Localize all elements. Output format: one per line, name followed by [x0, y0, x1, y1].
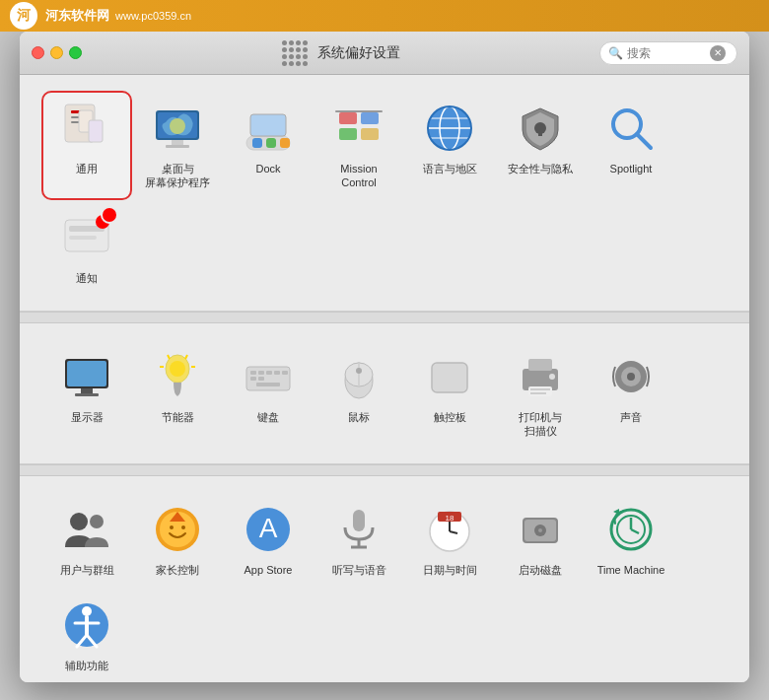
dictation-label: 听写与语音	[332, 563, 386, 577]
desktop-label: 桌面与 屏幕保护程序	[145, 162, 210, 190]
maximize-button[interactable]	[69, 46, 82, 59]
svg-text:A: A	[259, 513, 278, 543]
icon-item-keyboard[interactable]: 键盘	[225, 341, 312, 447]
search-input[interactable]	[627, 46, 706, 60]
icon-item-general[interactable]: 通用	[43, 93, 130, 198]
icon-item-mouse[interactable]: 鼠标	[315, 341, 402, 447]
icon-item-language[interactable]: 语言与地区	[406, 93, 493, 198]
svg-rect-51	[282, 371, 288, 375]
appstore-label: App Store	[245, 563, 293, 577]
mouse-label: 鼠标	[348, 410, 370, 424]
svg-rect-15	[280, 138, 290, 148]
icon-item-energy[interactable]: 节能器	[134, 341, 221, 447]
display-icon	[59, 349, 114, 404]
icon-item-security[interactable]: 安全性与隐私	[497, 93, 584, 198]
content-area: 通用 桌面与 屏幕保护程序 Dock Mission Control	[20, 75, 749, 682]
window-title: 系统偏好设置	[317, 44, 400, 62]
notification-label: 通知	[76, 271, 98, 285]
language-icon	[422, 101, 477, 156]
icon-item-timemachine[interactable]: Time Machine	[588, 494, 674, 585]
desktop-icon	[150, 101, 205, 156]
svg-line-31	[637, 134, 651, 148]
svg-rect-49	[266, 371, 272, 375]
icon-item-dock[interactable]: Dock	[225, 93, 312, 198]
svg-rect-17	[339, 112, 357, 124]
grid-icon	[282, 40, 308, 66]
section-personal: 通用 桌面与 屏幕保护程序 Dock Mission Control	[20, 75, 749, 312]
icon-item-appstore[interactable]: A App Store	[225, 494, 312, 585]
timemachine-label: Time Machine	[597, 563, 665, 577]
svg-point-88	[538, 528, 542, 532]
section-divider-2	[20, 464, 749, 476]
security-icon	[513, 101, 568, 156]
icon-item-mission[interactable]: Mission Control	[315, 93, 402, 198]
svg-point-41	[170, 361, 185, 377]
parental-icon	[150, 502, 205, 557]
title-center: 系统偏好设置	[82, 40, 599, 66]
svg-point-73	[170, 525, 174, 529]
startup-icon	[513, 502, 568, 557]
icon-item-accessibility[interactable]: 辅助功能	[43, 590, 130, 680]
svg-rect-11	[166, 145, 189, 148]
svg-rect-50	[274, 371, 280, 375]
search-clear-button[interactable]: ✕	[710, 45, 726, 61]
system-preferences-window: 系统偏好设置 🔍 ✕ 通用 桌面与 屏幕保护程序	[20, 32, 749, 682]
users-label: 用户与群组	[60, 563, 114, 577]
svg-rect-52	[250, 377, 256, 381]
svg-rect-53	[258, 377, 264, 381]
general-icon	[59, 101, 114, 156]
section-divider-1	[20, 312, 749, 323]
appstore-icon: A	[241, 502, 296, 557]
energy-label: 节能器	[162, 410, 194, 424]
svg-rect-38	[81, 388, 93, 393]
icon-item-parental[interactable]: 家长控制	[134, 494, 221, 585]
timemachine-icon	[603, 502, 659, 557]
icon-item-spotlight[interactable]: Spotlight	[588, 93, 674, 198]
dictation-icon	[331, 502, 386, 557]
svg-rect-6	[89, 120, 103, 142]
minimize-button[interactable]	[50, 46, 63, 59]
energy-icon	[150, 349, 205, 404]
users-icon	[59, 502, 114, 557]
accessibility-icon	[59, 597, 114, 653]
icon-item-trackpad[interactable]: 触控板	[406, 341, 493, 447]
svg-rect-20	[361, 128, 379, 140]
mission-label: Mission Control	[340, 162, 377, 190]
section-system: 用户与群组 家长控制 A App Store 听写与语音 18 日期与时间	[20, 476, 749, 682]
printer-label: 打印机与 扫描仪	[519, 410, 562, 439]
svg-point-69	[70, 513, 88, 530]
svg-rect-62	[528, 386, 552, 396]
sound-icon	[603, 349, 659, 404]
icon-item-startup[interactable]: 启动磁盘	[497, 494, 584, 585]
svg-point-74	[181, 525, 185, 529]
icon-item-users[interactable]: 用户与群组	[43, 494, 130, 585]
svg-rect-34	[69, 236, 97, 240]
svg-rect-18	[361, 112, 379, 124]
trackpad-icon	[422, 349, 477, 404]
svg-line-43	[185, 355, 187, 359]
svg-point-65	[549, 374, 555, 380]
icon-item-printer[interactable]: 打印机与 扫描仪	[497, 341, 584, 447]
traffic-lights	[32, 46, 82, 59]
svg-rect-14	[266, 138, 276, 148]
svg-line-92	[631, 529, 639, 533]
icon-item-notification[interactable]: 通知	[43, 202, 130, 293]
svg-point-70	[90, 515, 104, 528]
keyboard-icon	[241, 349, 296, 404]
icon-item-desktop[interactable]: 桌面与 屏幕保护程序	[134, 93, 221, 198]
close-button[interactable]	[32, 46, 44, 59]
keyboard-label: 键盘	[257, 410, 279, 424]
svg-rect-47	[250, 371, 256, 375]
svg-line-42	[168, 355, 170, 359]
watermark-site: 河东软件网	[45, 7, 109, 25]
icon-item-display[interactable]: 显示器	[43, 341, 130, 447]
mouse-icon	[331, 349, 386, 404]
svg-rect-48	[258, 371, 264, 375]
search-icon: 🔍	[608, 46, 623, 60]
dock-icon	[241, 101, 296, 156]
icon-item-sound[interactable]: 声音	[588, 341, 674, 447]
icon-item-dictation[interactable]: 听写与语音	[315, 494, 402, 585]
datetime-label: 日期与时间	[423, 563, 477, 577]
search-bar[interactable]: 🔍 ✕	[599, 41, 737, 65]
icon-item-datetime[interactable]: 18 日期与时间	[406, 494, 493, 585]
